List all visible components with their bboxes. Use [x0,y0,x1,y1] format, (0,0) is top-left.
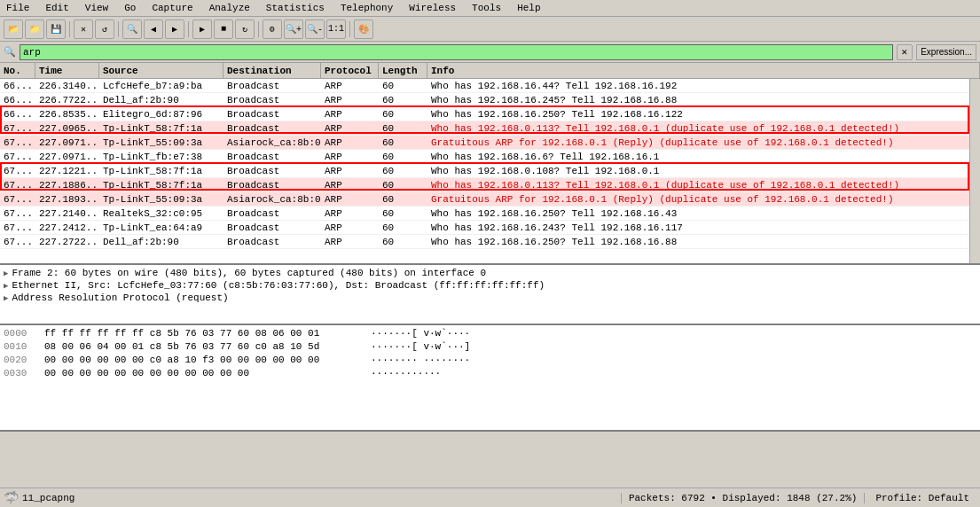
menu-wireless[interactable]: Wireless [406,2,459,14]
table-row[interactable]: 67...227.2722...Dell_af:2b:90BroadcastAR… [0,235,980,249]
detail-arp-row[interactable]: ▶ Address Resolution Protocol (request) [4,292,976,304]
cell-row-col-len: 60 [379,150,427,163]
cell-row-col-proto: ARP [321,121,379,135]
colorize-btn[interactable]: 🎨 [354,20,373,39]
toolbar-sep5 [349,21,350,37]
table-row[interactable]: 66...226.7722...Dell_af:2b:90BroadcastAR… [0,93,980,107]
packet-list: No. Time Source Destination Protocol Len… [0,63,980,265]
vertical-scrollbar[interactable] [969,79,980,263]
filename-label: 11_pcapng [22,493,74,503]
cell-row-col-dst: Broadcast [223,178,321,191]
table-row[interactable]: 67...227.2140...RealtekS_32:c0:95Broadca… [0,207,980,221]
table-row[interactable]: 66...226.3140...LcfcHefe_b7:a9:baBroadca… [0,79,980,93]
table-row[interactable]: 67...227.0965...Tp-LinkT_58:7f:1aBroadca… [0,121,980,136]
restart-btn[interactable]: ↻ [235,20,255,39]
menu-tools[interactable]: Tools [469,2,504,14]
frame-expand-icon[interactable]: ▶ [4,269,8,278]
detail-ethernet-row[interactable]: ▶ Ethernet II, Src: LcfcHefe_03:77:60 (c… [4,279,976,292]
cell-row-col-proto: ARP [321,164,379,177]
cell-row-col-proto: ARP [321,178,379,191]
arp-expand-icon[interactable]: ▶ [4,293,8,303]
menu-analyze[interactable]: Analyze [207,2,253,14]
cell-col-info-cell: Who has 192.168.0.113? Tell 192.168.0.1 … [427,121,980,135]
detail-ethernet-text: Ethernet II, Src: LcfcHefe_03:77:60 (c8:… [12,280,545,291]
cell-row-col-proto: ARP [321,107,379,121]
cell-row-col-no: 66... [0,107,35,121]
cell-row-col-no: 67... [0,235,35,248]
cell-row-col-proto: ARP [321,221,379,234]
cell-row-col-proto: ARP [321,207,379,220]
ethernet-expand-icon[interactable]: ▶ [4,281,8,291]
cell-row-col-time: 226.8535... [35,107,99,121]
cell-col-info-cell: Gratuitous ARP for 192.168.0.1 (Reply) (… [427,192,980,206]
close-btn[interactable]: ✕ [74,20,93,39]
cell-row-col-time: 227.2722... [35,235,99,248]
prev-btn[interactable]: ◀ [144,20,163,39]
table-row[interactable]: 67...227.0971...Tp-LinkT_55:09:3aAsiaroc… [0,136,980,150]
cell-row-col-time: 227.2412... [35,221,99,234]
hex-row: 0000ff ff ff ff ff ff c8 5b 76 03 77 60 … [4,327,976,340]
cell-row-col-no: 67... [0,164,35,177]
zoom-out-btn[interactable]: 🔍- [305,20,325,39]
cell-row-col-src: RealtekS_32:c0:95 [99,207,223,220]
hex-offset: 0030 [4,367,37,380]
col-header-protocol: Protocol [321,63,379,78]
hex-bytes: 08 00 06 04 00 01 c8 5b 76 03 77 60 c0 a… [44,340,364,354]
cell-row-col-dst: Broadcast [223,235,321,248]
cell-col-info-cell: Who has 192.168.0.108? Tell 192.168.0.1 [427,164,980,177]
expression-button[interactable]: Expression... [916,44,976,60]
cell-col-info-cell: Who has 192.168.16.44? Tell 192.168.16.1… [427,79,980,92]
menu-statistics[interactable]: Statistics [263,2,327,14]
table-row[interactable]: 67...227.2412...Tp-LinkT_ea:64:a9Broadca… [0,221,980,235]
hex-dump: 0000ff ff ff ff ff ff c8 5b 76 03 77 60 … [0,325,980,432]
zoom-normal-btn[interactable]: 1:1 [326,20,346,39]
menu-help[interactable]: Help [514,2,543,14]
zoom-in-btn[interactable]: 🔍+ [284,20,303,39]
menu-go[interactable]: Go [122,2,138,14]
start-capture-btn[interactable]: ▶ [192,20,212,39]
cell-row-col-src: Tp-LinkT_58:7f:1a [99,121,223,135]
cell-row-col-src: Elitegro_6d:87:96 [99,107,223,121]
menu-edit[interactable]: Edit [43,2,71,14]
reload-btn[interactable]: ↺ [95,20,114,39]
next-btn[interactable]: ▶ [165,20,184,39]
table-row[interactable]: 67...227.1893...Tp-LinkT_55:09:3aAsiaroc… [0,192,980,207]
open-btn[interactable]: 📁 [25,20,44,39]
stop-capture-btn[interactable]: ■ [214,20,233,39]
cell-row-col-len: 60 [379,221,427,234]
cell-row-col-len: 60 [379,178,427,191]
detail-frame-row[interactable]: ▶ Frame 2: 60 bytes on wire (480 bits), … [4,267,976,279]
cell-row-col-dst: Broadcast [223,164,321,177]
menu-view[interactable]: View [82,2,111,14]
table-row[interactable]: 66...226.8535...Elitegro_6d:87:96Broadca… [0,107,980,121]
new-capture-btn[interactable]: 📂 [4,20,23,39]
cell-row-col-len: 60 [379,164,427,177]
profile-label: Profile: Default [868,493,976,503]
cell-row-col-no: 66... [0,93,35,106]
cell-row-col-proto: ARP [321,150,379,163]
menu-telephony[interactable]: Telephony [338,2,396,14]
find-btn[interactable]: 🔍 [122,20,142,39]
hex-bytes: ff ff ff ff ff ff c8 5b 76 03 77 60 08 0… [44,327,364,340]
table-row[interactable]: 67...227.0971...Tp-LinkT_fb:e7:38Broadca… [0,150,980,164]
cell-row-col-len: 60 [379,121,427,135]
toolbar: 📂 📁 💾 ✕ ↺ 🔍 ◀ ▶ ▶ ■ ↻ ⚙ 🔍+ 🔍- 1:1 🎨 [0,17,980,42]
cell-row-col-proto: ARP [321,235,379,248]
hex-bytes: 00 00 00 00 00 00 c0 a8 10 f3 00 00 00 0… [44,354,364,367]
cell-row-col-src: Tp-LinkT_58:7f:1a [99,178,223,191]
toolbar-sep2 [118,21,119,37]
cell-col-info-cell: Who has 192.168.16.250? Tell 192.168.16.… [427,235,980,248]
filter-input[interactable] [20,44,893,60]
table-row[interactable]: 67...227.1886...Tp-LinkT_58:7f:1aBroadca… [0,178,980,192]
cell-row-col-dst: Broadcast [223,79,321,92]
wireshark-icon: 🦈 [4,490,19,505]
hex-ascii: ·······[ v·w`···· [371,327,470,340]
options-btn[interactable]: ⚙ [263,20,282,39]
clear-filter-btn[interactable]: ✕ [897,44,913,60]
menu-capture[interactable]: Capture [149,2,195,14]
save-btn[interactable]: 💾 [46,20,66,39]
table-row[interactable]: 67...227.1221...Tp-LinkT_58:7f:1aBroadca… [0,164,980,178]
hex-ascii: ············ [371,367,441,380]
cell-row-col-len: 60 [379,79,427,92]
menu-file[interactable]: File [4,2,32,14]
